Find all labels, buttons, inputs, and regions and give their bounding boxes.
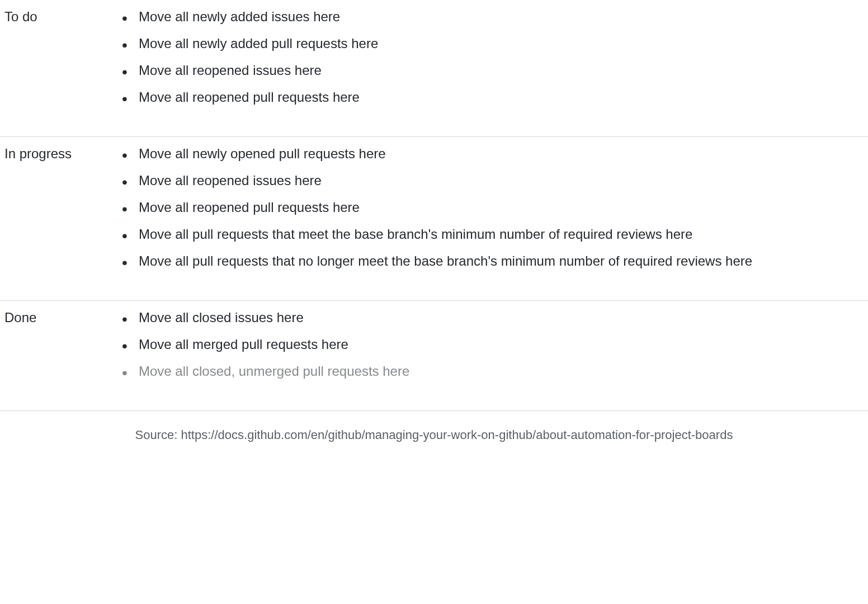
list-item: Move all reopened pull requests here [116, 197, 834, 218]
list-item: Move all closed issues here [116, 308, 834, 328]
list-item: Move all reopened pull requests here [116, 87, 834, 107]
preset-label-to-do: To do [4, 7, 116, 114]
options-list: Move all closed issues here Move all mer… [116, 308, 834, 381]
preset-label-done: Done [4, 308, 116, 388]
options-list: Move all newly opened pull requests here… [116, 144, 834, 271]
source-citation: Source: https://docs.github.com/en/githu… [0, 428, 868, 442]
row-in-progress: In progress Move all newly opened pull r… [0, 137, 868, 301]
list-item: Move all newly added issues here [116, 7, 834, 27]
row-to-do: To do Move all newly added issues here M… [0, 0, 868, 137]
list-item: Move all merged pull requests here [116, 334, 834, 355]
options-done: Move all closed issues here Move all mer… [116, 308, 868, 388]
list-item: Move all reopened issues here [116, 171, 834, 191]
options-to-do: Move all newly added issues here Move al… [116, 7, 868, 114]
row-done: Done Move all closed issues here Move al… [0, 301, 868, 411]
list-item: Move all newly opened pull requests here [116, 144, 834, 164]
list-item: Move all newly added pull requests here [116, 34, 834, 54]
list-item: Move all closed, unmerged pull requests … [116, 361, 834, 381]
list-item: Move all reopened issues here [116, 60, 834, 81]
preset-label-in-progress: In progress [4, 144, 116, 278]
options-list: Move all newly added issues here Move al… [116, 7, 834, 107]
options-in-progress: Move all newly opened pull requests here… [116, 144, 868, 278]
list-item: Move all pull requests that meet the bas… [116, 224, 834, 244]
list-item: Move all pull requests that no longer me… [116, 251, 834, 271]
